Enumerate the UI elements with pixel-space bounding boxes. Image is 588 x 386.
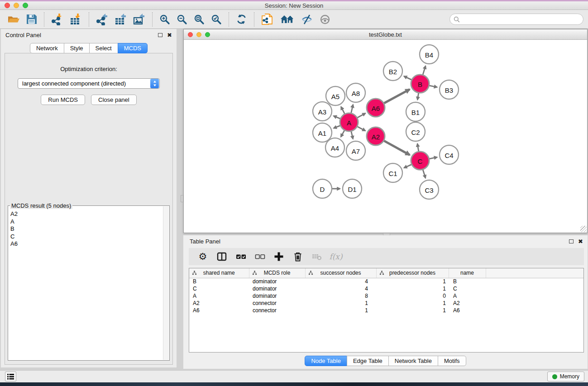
column-header-shared-name[interactable]: shared name <box>189 268 249 278</box>
table-row[interactable]: Adominator80A <box>189 292 583 300</box>
graph-node-label-D: D <box>320 186 325 193</box>
memory-button[interactable]: Memory <box>547 372 584 381</box>
function-builder-button[interactable]: f(x) <box>328 250 344 263</box>
graph-edge-A-A6[interactable] <box>357 113 365 118</box>
home-view-button[interactable] <box>277 13 298 25</box>
show-columns-button[interactable] <box>214 250 229 263</box>
tab-style[interactable]: Style <box>64 43 90 53</box>
mcds-result-item[interactable]: A <box>10 218 161 226</box>
column-header-name[interactable]: name <box>449 268 486 278</box>
network-window-titlebar[interactable]: testGlobe.txt <box>184 29 587 40</box>
tab-network-table[interactable]: Network Table <box>388 356 438 366</box>
task-history-button[interactable] <box>5 372 16 381</box>
unchecked-boxes-icon <box>255 252 265 261</box>
toolbar-separator <box>89 12 89 27</box>
tab-node-table[interactable]: Node Table <box>305 356 347 366</box>
deselect-all-rows-button[interactable] <box>252 250 268 263</box>
graph-edge-A-A5[interactable] <box>341 107 344 114</box>
table-row[interactable]: A2connector11A2 <box>189 300 583 307</box>
graph-node-label-A4: A4 <box>331 144 339 152</box>
import-table-button[interactable] <box>67 12 85 26</box>
graph-edge-A-A8[interactable] <box>351 105 353 113</box>
houses-icon <box>280 14 295 24</box>
zoom-in-button[interactable] <box>156 13 173 26</box>
optimization-criterion-dropdown[interactable]: largest connected component (directed) <box>18 78 160 89</box>
tab-edge-table[interactable]: Edge Table <box>347 356 389 366</box>
zoom-selected-icon <box>211 14 222 25</box>
table-row[interactable]: Cdominator41C <box>189 285 583 292</box>
tab-mcds[interactable]: MCDS <box>118 43 148 53</box>
export-network-button[interactable] <box>93 12 111 26</box>
table-options-button[interactable]: ⚙ <box>195 250 210 263</box>
graph-edge-C-C4[interactable] <box>430 157 437 158</box>
graph-node-label-A8: A8 <box>352 90 360 97</box>
window-resize-grip[interactable] <box>580 226 587 232</box>
run-mcds-button[interactable]: Run MCDS <box>41 95 85 105</box>
graph-edge-A-A7[interactable] <box>351 131 353 138</box>
export-table-icon <box>115 13 127 25</box>
close-table-panel-icon[interactable]: ✖ <box>578 238 583 244</box>
apply-layout-button[interactable] <box>233 13 250 26</box>
zoom-selected-button[interactable] <box>208 13 225 26</box>
tab-network[interactable]: Network <box>30 43 64 53</box>
network-canvas[interactable]: B4B2BB3A5A8A6A3B1AA1C2A2A4A7C4CC1DD1C3 <box>184 40 587 233</box>
network-window-title: testGlobe.txt <box>184 31 587 38</box>
column-type-icon <box>252 271 257 276</box>
import-network-button[interactable] <box>48 12 67 26</box>
search-input[interactable] <box>462 16 579 23</box>
graph-edge-A-A3[interactable] <box>334 116 340 119</box>
control-panel-tabs: NetworkStyleSelectMCDS <box>1 43 177 53</box>
close-panel-button[interactable]: Close panel <box>91 95 137 105</box>
graph-edge-A2-C[interactable] <box>384 141 410 155</box>
float-panel-icon[interactable] <box>158 33 163 37</box>
tab-motifs[interactable]: Motifs <box>438 356 466 366</box>
delete-column-button[interactable] <box>290 250 306 263</box>
mcds-result-item[interactable]: B <box>10 225 161 233</box>
control-panel: Control Panel ✖ NetworkStyleSelectMCDS O… <box>1 29 177 367</box>
graph-edge-B-B2[interactable] <box>404 76 411 80</box>
mcds-result-item[interactable]: C <box>10 233 161 241</box>
delete-table-button[interactable] <box>309 250 325 263</box>
mcds-result-item[interactable]: A6 <box>10 240 161 248</box>
graph-edge-A6-B[interactable] <box>384 89 410 103</box>
hide-graphics-details-button[interactable] <box>298 13 316 26</box>
zoom-out-button[interactable] <box>173 13 191 26</box>
graph-edge-C-C3[interactable] <box>423 170 425 178</box>
result-list-scrollbar[interactable] <box>163 206 169 360</box>
clone-network-button[interactable] <box>258 12 277 27</box>
save-session-button[interactable] <box>23 13 40 25</box>
graph-node-label-A1: A1 <box>318 129 326 137</box>
titlebar: Session: New Session <box>0 1 588 10</box>
window-title: Session: New Session <box>0 2 588 9</box>
graph-edge-A-A4[interactable] <box>341 130 344 137</box>
graph-edge-B-B4[interactable] <box>423 66 425 75</box>
table-row[interactable]: Bdominator41B <box>189 278 583 285</box>
toolbar-separator <box>254 12 254 27</box>
graph-edge-C-C1[interactable] <box>404 165 411 168</box>
export-image-button[interactable] <box>130 12 148 26</box>
table-row[interactable]: A6connector11A6 <box>189 307 583 314</box>
column-header-successor-nodes[interactable]: successor nodes <box>305 268 376 278</box>
graph-edge-B-B1[interactable] <box>417 93 418 100</box>
select-all-rows-button[interactable] <box>233 250 249 263</box>
float-table-panel-icon[interactable] <box>569 239 574 243</box>
graph-edge-A-A2[interactable] <box>358 127 365 131</box>
export-table-button[interactable] <box>111 12 130 26</box>
delete-table-icon <box>312 253 322 261</box>
column-header-MCDS-role[interactable]: MCDS role <box>249 268 305 278</box>
network-vertical-scroll-thumb[interactable] <box>181 195 183 202</box>
dropdown-stepper[interactable] <box>150 79 159 88</box>
close-panel-icon[interactable]: ✖ <box>167 32 172 38</box>
graph-edge-A-A1[interactable] <box>334 126 340 129</box>
graph-node-label-B: B <box>418 81 422 88</box>
search-box[interactable] <box>449 14 583 25</box>
show-graphics-details-button[interactable] <box>316 13 334 26</box>
tab-select[interactable]: Select <box>89 43 118 53</box>
mcds-result-item[interactable]: A2 <box>10 210 161 218</box>
graph-edge-C-C2[interactable] <box>417 144 419 152</box>
column-header-predecessor-nodes[interactable]: predecessor nodes <box>376 268 449 278</box>
graph-edge-B-B3[interactable] <box>430 86 437 87</box>
open-session-button[interactable] <box>5 13 23 25</box>
zoom-fit-button[interactable] <box>191 13 208 26</box>
create-column-button[interactable] <box>271 250 287 263</box>
